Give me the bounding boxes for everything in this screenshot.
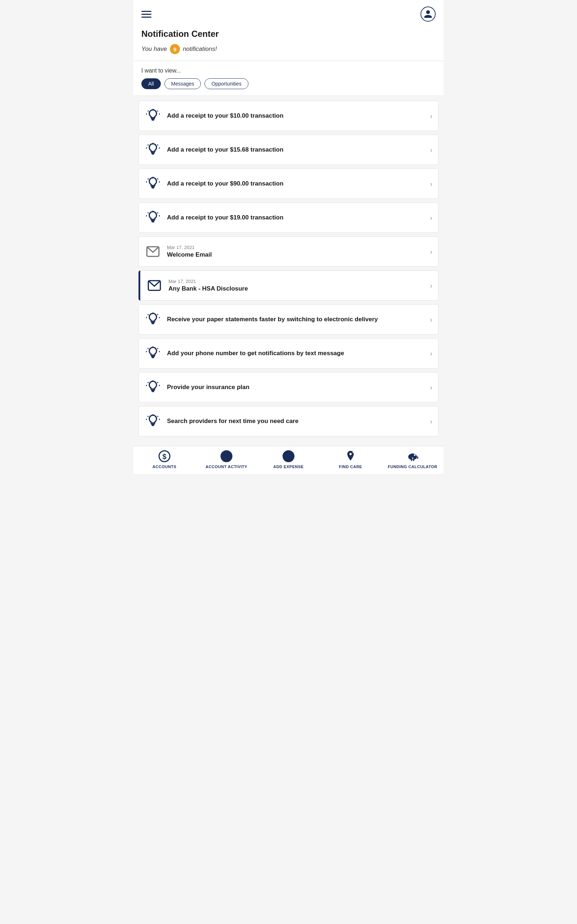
menu-button[interactable] xyxy=(141,11,152,18)
notification-item[interactable]: Add a receipt to your $90.00 transaction… xyxy=(139,168,438,199)
svg-point-49 xyxy=(350,453,351,455)
filter-messages-button[interactable]: Messages xyxy=(164,78,201,89)
notification-item[interactable]: Provide your insurance plan › xyxy=(139,372,438,402)
notif-content: Add a receipt to your $19.00 transaction xyxy=(167,214,426,221)
notif-content: Receive your paper statements faster by … xyxy=(167,316,426,323)
nav-funding-calc-label: FUNDING CALCULATOR xyxy=(388,465,437,469)
page-title: Notification Center xyxy=(141,29,436,39)
svg-line-2 xyxy=(148,111,148,111)
notif-date: Mar 17, 2021 xyxy=(167,245,426,250)
nav-accounts-label: ACCOUNTS xyxy=(153,465,176,469)
filter-opportunities-button[interactable]: Opportunities xyxy=(205,78,248,89)
notif-text: Provide your insurance plan xyxy=(167,384,426,391)
notif-text: Add a receipt to your $10.00 transaction xyxy=(167,112,426,120)
nav-find-care-label: FIND CARE xyxy=(339,465,362,469)
lightbulb-icon xyxy=(145,311,161,328)
notification-summary: You have 9 notifications! xyxy=(141,44,436,54)
chevron-right-icon: › xyxy=(430,214,432,222)
filter-all-button[interactable]: All xyxy=(141,78,161,89)
notif-content: Mar 17, 2021 Any Bank - HSA Disclosure xyxy=(168,279,426,292)
svg-line-12 xyxy=(148,179,148,179)
envelope-icon xyxy=(145,243,161,260)
svg-line-30 xyxy=(158,348,158,349)
filter-label: I want to view... xyxy=(141,68,436,74)
chevron-right-icon: › xyxy=(430,417,432,426)
svg-line-8 xyxy=(158,145,158,145)
summary-prefix: You have xyxy=(141,45,167,53)
notif-content: Provide your insurance plan xyxy=(167,384,426,391)
notif-text: Search providers for next time you need … xyxy=(167,418,426,425)
nav-find-care[interactable]: + FIND CARE xyxy=(319,450,382,469)
notif-content: Add a receipt to your $10.00 transaction xyxy=(167,112,426,120)
lightbulb-icon xyxy=(145,142,161,158)
notif-content: Add your phone number to get notificatio… xyxy=(167,350,426,357)
notification-item[interactable]: Add your phone number to get notificatio… xyxy=(139,338,438,368)
svg-line-24 xyxy=(148,314,148,315)
svg-line-18 xyxy=(158,213,158,213)
notif-text: Receive your paper statements faster by … xyxy=(167,316,426,323)
nav-activity-label: ACCOUNT ACTIVITY xyxy=(206,465,247,469)
notif-text: Add your phone number to get notificatio… xyxy=(167,350,426,357)
notification-item[interactable]: Add a receipt to your $15.68 transaction… xyxy=(139,135,438,165)
svg-line-29 xyxy=(148,348,148,349)
piggy-icon: $ xyxy=(406,450,419,463)
dollar-icon: $ xyxy=(158,450,171,463)
summary-suffix: notifications! xyxy=(183,45,217,53)
svg-line-13 xyxy=(158,179,158,179)
lightbulb-icon xyxy=(145,209,161,226)
notif-content: Add a receipt to your $90.00 transaction xyxy=(167,180,426,187)
header xyxy=(134,0,443,27)
lightbulb-icon xyxy=(145,413,161,430)
notification-count-badge: 9 xyxy=(170,44,180,54)
svg-line-7 xyxy=(148,145,148,145)
notification-item[interactable]: Mar 17, 2021 Welcome Email › xyxy=(139,236,438,267)
svg-line-35 xyxy=(158,382,158,383)
filter-section: I want to view... All Messages Opportuni… xyxy=(134,61,443,95)
profile-icon xyxy=(423,10,433,19)
svg-line-40 xyxy=(158,416,158,417)
transfer-icon xyxy=(220,450,233,463)
notif-text: Add a receipt to your $19.00 transaction xyxy=(167,214,426,221)
lightbulb-icon xyxy=(145,379,161,396)
title-section: Notification Center You have 9 notificat… xyxy=(134,27,443,61)
notif-content: Add a receipt to your $15.68 transaction xyxy=(167,146,426,153)
chevron-right-icon: › xyxy=(430,112,432,120)
svg-line-17 xyxy=(148,213,148,213)
envelope-icon xyxy=(146,277,163,294)
chevron-right-icon: › xyxy=(430,247,432,256)
svg-line-34 xyxy=(148,382,148,383)
chevron-right-icon: › xyxy=(430,180,432,188)
location-icon: + xyxy=(344,450,357,463)
notification-item[interactable]: Mar 17, 2021 Any Bank - HSA Disclosure › xyxy=(139,270,438,300)
notification-item[interactable]: Add a receipt to your $19.00 transaction… xyxy=(139,202,438,233)
lightbulb-icon xyxy=(145,345,161,362)
svg-point-52 xyxy=(414,454,416,456)
profile-button[interactable] xyxy=(421,6,436,22)
bottom-nav: $ ACCOUNTS ACCOUNT ACTIVITY ADD EXPENSE xyxy=(134,446,443,474)
notification-item[interactable]: Receive your paper statements faster by … xyxy=(139,304,438,334)
svg-rect-53 xyxy=(411,454,414,455)
svg-line-3 xyxy=(158,111,158,111)
notifications-container: Add a receipt to your $10.00 transaction… xyxy=(134,95,443,446)
nav-account-activity[interactable]: ACCOUNT ACTIVITY xyxy=(195,450,258,469)
chevron-right-icon: › xyxy=(430,315,432,324)
svg-line-25 xyxy=(158,314,158,315)
notif-text: Welcome Email xyxy=(167,251,426,258)
nav-add-expense-label: ADD EXPENSE xyxy=(273,465,304,469)
notif-text: Add a receipt to your $90.00 transaction xyxy=(167,180,426,187)
chevron-right-icon: › xyxy=(430,281,432,290)
lightbulb-icon xyxy=(145,175,161,192)
svg-text:$: $ xyxy=(163,452,167,460)
notification-item[interactable]: Add a receipt to your $10.00 transaction… xyxy=(139,101,438,131)
svg-text:+: + xyxy=(352,451,354,454)
nav-add-expense[interactable]: ADD EXPENSE xyxy=(258,450,319,469)
chevron-right-icon: › xyxy=(430,146,432,154)
svg-rect-54 xyxy=(411,459,412,461)
notif-date: Mar 17, 2021 xyxy=(168,279,426,284)
svg-rect-55 xyxy=(413,459,414,461)
notification-item[interactable]: Search providers for next time you need … xyxy=(139,406,438,436)
chevron-right-icon: › xyxy=(430,383,432,392)
notif-text: Add a receipt to your $15.68 transaction xyxy=(167,146,426,153)
nav-accounts[interactable]: $ ACCOUNTS xyxy=(134,450,195,469)
nav-funding-calculator[interactable]: $ FUNDING CALCULATOR xyxy=(382,450,443,469)
